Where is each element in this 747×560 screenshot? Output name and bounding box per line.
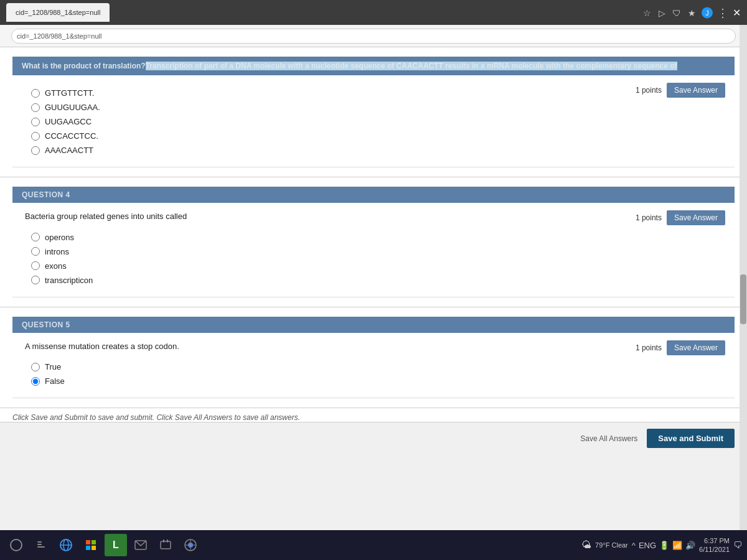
taskbar-mail-icon[interactable] [129,534,152,556]
question-3-save-answer[interactable]: Save Answer [667,83,725,98]
q4-option-2-radio[interactable] [31,247,40,256]
svg-rect-8 [86,546,90,550]
q3-option-5-label: AAACAACTT [45,146,93,155]
svg-rect-2 [37,546,45,548]
question-4-text: Bacteria group related genes into units … [25,210,535,223]
save-and-submit-button[interactable]: Save and Submit [647,429,735,448]
q5-option-false-radio[interactable] [31,377,40,386]
star-icon[interactable]: ☆ [642,7,652,17]
taskbar-chrome-icon[interactable] [179,534,202,556]
question-3-points: 1 points [636,86,662,95]
question-4-points-area: 1 points Save Answer [636,210,725,225]
question-5-options: True False [31,360,722,388]
list-item: GUUGUUGAA. [31,100,722,114]
taskbar-browser-icon[interactable] [55,534,77,556]
taskbar-search-icon[interactable] [30,534,52,556]
language-icon: ENG [639,541,656,550]
question-4-content: 1 points Save Answer Bacteria group rela… [12,203,735,297]
question-3-points-area: 1 points Save Answer [636,83,725,98]
date-display: 6/11/2021 [699,545,730,554]
account-icon[interactable]: J [702,7,713,18]
question-3-text: What is the product of translation?Trans… [22,62,677,70]
svg-rect-13 [167,539,168,543]
q3-option-1-label: GTTGTTCTT. [45,88,94,98]
browser-controls: ☆ ▷ 🛡 ★ J ⋮ ✕ [642,7,741,19]
url-text-content: cid=_1208/988_1&step=null [17,32,101,40]
q4-option-3-radio[interactable] [31,261,40,270]
question-5-points-area: 1 points Save Answer [636,340,725,355]
svg-rect-9 [92,546,96,550]
list-item: transcripticon [31,273,722,287]
start-circle-icon [10,539,22,551]
clock[interactable]: 6:37 PM 6/11/2021 [699,536,730,554]
save-all-answers-link[interactable]: Save All Answers [580,434,637,443]
system-tray: ^ ENG 🔋 📶 🔊 [632,541,695,550]
weather-icon: 🌤 [581,539,591,551]
list-item: True [31,360,722,374]
caret-icon[interactable]: ^ [632,541,636,550]
bottom-action-bar: Save All Answers Save and Submit [0,422,747,454]
q3-option-3-radio[interactable] [31,118,40,126]
quiz-container: What is the product of translation?Trans… [0,47,747,454]
footer-instruction-text: Click Save and Submit to save and submit… [12,413,300,422]
question-4-save-answer[interactable]: Save Answer [667,210,725,225]
question-5-header: QUESTION 5 [12,317,735,333]
scrollbar-track[interactable] [740,25,747,530]
svg-rect-1 [37,544,42,545]
question-3-options: GTTGTTCTT. GUUGUUGAA. UUGAAGCC CCCACCTCC… [31,86,722,157]
question-5-save-answer[interactable]: Save Answer [667,340,725,355]
list-item: CCCACCTCC. [31,129,722,143]
q4-option-3-label: exons [45,261,67,271]
q3-option-4-radio[interactable] [31,132,40,141]
q4-option-4-radio[interactable] [31,276,40,284]
footer-instruction: Click Save and Submit to save and submit… [0,408,747,422]
list-item: UUGAAGCC [31,114,722,129]
list-item: False [31,374,722,388]
q3-option-4-label: CCCACCTCC. [45,131,98,141]
browser-tab[interactable]: cid=_1208/988_1&step=null [6,3,110,22]
question-3-content: 1 points Save Answer GTTGTTCTT. GUUGUUGA… [12,75,735,167]
url-input[interactable]: cid=_1208/988_1&step=null [11,29,736,44]
q3-option-1-radio[interactable] [31,89,40,98]
close-button[interactable]: ✕ [733,7,741,19]
q4-option-1-label: operons [45,233,74,242]
q5-option-true-radio[interactable] [31,363,40,371]
url-bar: cid=_1208/988_1&step=null [0,25,747,47]
q3-option-2-label: GUUGUUGAA. [45,103,100,112]
svg-rect-12 [163,539,164,543]
q5-option-false-label: False [45,376,65,386]
more-icon[interactable]: ⋮ [718,7,728,17]
browser-chrome: cid=_1208/988_1&step=null ☆ ▷ 🛡 ★ J ⋮ ✕ [0,0,747,25]
question-5-content: 1 points Save Answer A missense mutation… [12,333,735,399]
taskbar-l-icon[interactable]: L [105,534,127,556]
notification-icon[interactable]: 🗨 [733,540,742,550]
time-display: 6:37 PM [699,536,730,545]
list-item: GTTGTTCTT. [31,86,722,100]
taskbar-store-icon[interactable] [80,534,102,556]
q3-option-5-radio[interactable] [31,146,40,155]
start-button[interactable] [5,534,27,556]
question-3-section: What is the product of translation?Trans… [0,47,747,177]
question-4-options: operons introns exons transcripticon [31,230,722,287]
taskbar-task-icon[interactable] [154,534,177,556]
scrollbar-thumb[interactable] [740,274,746,324]
list-item: introns [31,245,722,259]
collections-icon[interactable]: ▷ [657,7,667,17]
pin-icon[interactable]: ★ [687,7,697,17]
main-content: What is the product of translation?Trans… [0,47,747,553]
list-item: operons [31,230,722,245]
question-4-points: 1 points [636,213,662,222]
q3-option-2-radio[interactable] [31,103,40,112]
q4-option-1-radio[interactable] [31,233,40,241]
shield-icon[interactable]: 🛡 [672,7,682,17]
question-4-section: QUESTION 4 1 points Save Answer Bacteria… [0,177,747,307]
question-4-header: QUESTION 4 [12,187,735,203]
question-3-prompt-bar: What is the product of translation?Trans… [12,57,735,75]
svg-rect-0 [37,541,42,543]
battery-icon: 🔋 [659,541,669,550]
tab-label: cid=_1208/988_1&step=null [16,9,100,16]
svg-rect-7 [92,540,96,544]
taskbar-right-area: 🌤 79°F Clear ^ ENG 🔋 📶 🔊 6:37 PM 6/11/20… [581,536,742,554]
question-5-text: A missense mutation creates a stop codon… [25,340,535,353]
q4-option-2-label: introns [45,247,69,256]
